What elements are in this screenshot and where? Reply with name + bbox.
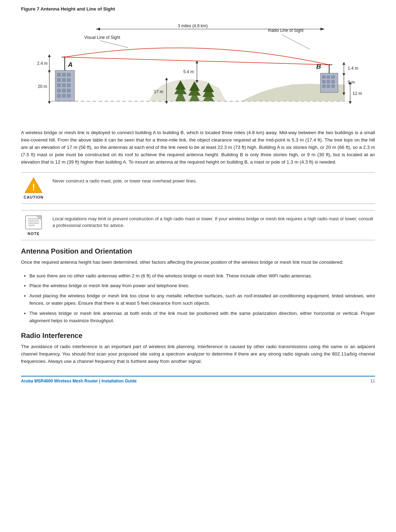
note-icon-wrap: NOTE [21,215,46,236]
body-paragraph: A wireless bridge or mesh link is deploy… [21,129,375,166]
svg-rect-20 [62,84,65,87]
svg-marker-55 [165,101,168,104]
footer-left: Aruba MSR4000 Wireless Mesh Router | Ins… [21,379,137,384]
diagram-svg: Visual Line of Sight Radio Line of Sight… [30,14,366,123]
svg-line-43 [100,41,128,48]
svg-text:2.4 m: 2.4 m [37,61,48,66]
caution-triangle-icon: ! [24,177,43,194]
figure-title-bold: Figure 7 [21,6,40,12]
svg-rect-34 [323,80,325,83]
list-item: Avoid placing the wireless bridge or mes… [29,292,375,307]
svg-rect-14 [62,73,65,76]
svg-marker-54 [165,77,168,80]
note-icon [24,215,43,230]
note-box: NOTE Local regulations may limit or prev… [21,210,375,240]
diagram-container: Visual Line of Sight Radio Line of Sight… [30,14,366,123]
svg-rect-33 [332,76,334,78]
section1-bullet-list: Be sure there are no other radio antenna… [29,272,375,325]
list-item: Place the wireless bridge or mesh link a… [29,282,375,290]
svg-marker-66 [349,101,352,104]
caution-box: ! CAUTION Never construct a radio mast, … [21,172,375,204]
svg-rect-26 [62,94,65,97]
svg-rect-27 [67,94,70,97]
svg-rect-37 [323,85,325,88]
svg-rect-39 [332,85,334,88]
svg-rect-22 [57,89,61,92]
section2-text: The avoidance of radio interference is a… [21,343,375,365]
svg-marker-60 [342,62,345,65]
note-label: NOTE [28,232,40,236]
svg-marker-46 [96,28,100,30]
svg-text:!: ! [32,182,35,192]
caution-label: CAUTION [23,195,43,199]
svg-rect-35 [327,80,330,83]
svg-rect-32 [327,76,330,78]
svg-rect-18 [67,78,70,82]
svg-text:20 m: 20 m [38,84,47,89]
svg-rect-17 [62,78,65,82]
svg-text:5.4 m: 5.4 m [183,69,194,74]
list-item: Be sure there are no other radio antenna… [29,272,375,280]
caution-icon-wrap: ! CAUTION [21,177,46,199]
list-item: The wireless bridge or mesh link antenna… [29,310,375,325]
footer-bar: Aruba MSR4000 Wireless Mesh Router | Ins… [21,376,375,384]
section1-intro: Once the required antenna height has bee… [21,259,375,266]
svg-rect-36 [332,80,334,83]
figure-title-italic: Antenna Height and Line of Sight [40,6,115,12]
svg-rect-15 [67,73,70,76]
svg-marker-49 [48,54,51,57]
svg-rect-31 [323,76,325,78]
svg-text:Radio Line of Sight: Radio Line of Sight [268,28,304,33]
svg-line-44 [282,35,310,49]
svg-text:Visual Line of Sight: Visual Line of Sight [84,35,120,40]
svg-rect-19 [57,84,61,87]
svg-marker-52 [48,101,51,104]
svg-text:B: B [316,63,321,70]
svg-text:3 miles (4.8 km): 3 miles (4.8 km) [178,23,207,28]
caution-text: Never construct a radio mast, pole, or t… [52,177,197,185]
svg-text:9 m: 9 m [348,80,355,85]
svg-rect-21 [67,84,70,87]
svg-text:A: A [68,61,73,68]
note-text: Local regulations may limit or prevent c… [52,215,375,229]
svg-rect-23 [62,89,65,92]
section1-heading: Antenna Position and Orientation [21,247,375,255]
svg-text:17 m: 17 m [154,89,163,94]
section2-heading: Radio Interference [21,332,375,340]
footer-page-number: 11 [370,379,375,384]
svg-rect-25 [57,94,61,97]
svg-rect-24 [67,89,70,92]
svg-text:1.4 m: 1.4 m [348,66,358,71]
svg-rect-38 [327,85,330,88]
svg-rect-16 [57,78,61,82]
svg-text:12 m: 12 m [353,91,362,96]
svg-rect-13 [57,73,61,76]
svg-marker-47 [320,28,325,30]
figure-title: Figure 7 Antenna Height and Line of Sigh… [21,6,375,12]
